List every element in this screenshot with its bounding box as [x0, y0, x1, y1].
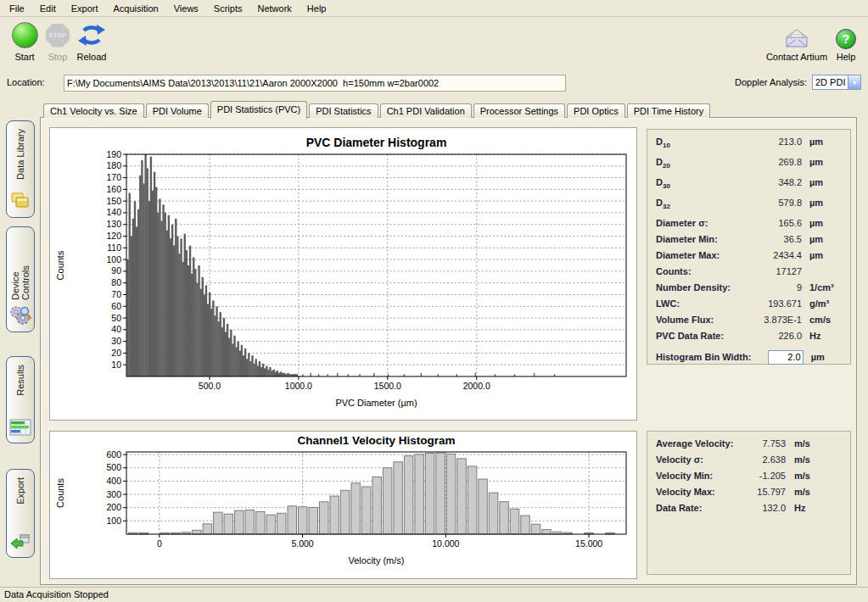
tab-processor-settings[interactable]: Processor Settings	[473, 103, 565, 118]
stop-button[interactable]: STOP Stop	[42, 21, 73, 62]
svg-text:200: 200	[106, 502, 121, 512]
tab-ch1-pdi-validation[interactable]: Ch1 PDI Validation	[380, 103, 472, 118]
velocity-histogram-chart: 10020030040050060005.00010.00015.000Chan…	[50, 432, 636, 578]
location-label: Location:	[7, 77, 45, 87]
velocity-statistics-panel: Average Velocity:7.753m/sVelocity σ:2.63…	[647, 431, 851, 575]
stat-unit: µm	[809, 234, 842, 244]
doppler-analysis-value: 2D PDI	[813, 75, 848, 89]
stat-row: D32579.8µm	[656, 198, 842, 218]
stop-label: Stop	[48, 52, 68, 62]
stat-label: Diameter σ:	[656, 218, 748, 228]
tab-ch1-velocity-vs-size[interactable]: Ch1 Velocity vs. Size	[43, 103, 144, 118]
stat-value: 7.753	[753, 438, 786, 449]
stat-label: Counts:	[656, 266, 748, 276]
menu-item-file[interactable]: File	[2, 2, 32, 15]
status-text: Data Acquisition Stopped	[4, 589, 109, 599]
sidebar-item-label: Device Controls	[10, 235, 31, 300]
stat-unit: 1/cm³	[809, 282, 842, 293]
svg-text:400: 400	[106, 476, 121, 486]
stat-value: -1.205	[753, 471, 786, 481]
svg-text:Velocity (m/s): Velocity (m/s)	[348, 555, 404, 566]
tab-pdi-volume[interactable]: PDI Volume	[146, 103, 209, 118]
svg-text:50: 50	[111, 313, 121, 323]
stat-label: D32	[656, 198, 748, 210]
svg-text:40: 40	[111, 324, 121, 334]
stat-value: 579.8	[748, 198, 802, 208]
menu-item-network[interactable]: Network	[249, 2, 299, 15]
tab-pdi-statistics-pvc[interactable]: PDI Statistics (PVC)	[210, 101, 307, 119]
stat-value: 3.873E-1	[748, 315, 802, 325]
svg-text:170: 170	[106, 172, 121, 182]
svg-text:0: 0	[157, 538, 162, 549]
svg-text:190: 190	[106, 149, 121, 159]
stat-value: 36.5	[748, 234, 802, 244]
stat-label: Velocity Min:	[656, 471, 753, 481]
menu-item-help[interactable]: Help	[300, 2, 334, 15]
stat-row: Diameter σ:165.6µm	[656, 218, 842, 234]
menu-item-views[interactable]: Views	[166, 2, 206, 15]
sidebar-item-data-library[interactable]: Data Library	[6, 120, 35, 218]
contact-artium-label: Contact Artium	[766, 52, 827, 62]
menu-item-export[interactable]: Export	[64, 2, 106, 15]
envelope-icon	[784, 28, 809, 49]
start-button[interactable]: Start	[7, 21, 42, 62]
stat-unit: µm	[809, 137, 842, 147]
stat-value: 348.2	[748, 177, 802, 187]
svg-text:500: 500	[106, 462, 121, 472]
stat-unit: µm	[809, 250, 842, 260]
doppler-analysis-select[interactable]: 2D PDI ▼	[812, 75, 861, 90]
svg-text:160: 160	[106, 184, 121, 194]
svg-text:180: 180	[106, 160, 121, 170]
stat-unit: Hz	[809, 331, 842, 341]
tab-pdi-time-history[interactable]: PDI Time History	[627, 103, 711, 118]
stat-row: LWC:193.671g/m³	[656, 298, 842, 315]
histogram-bin-width-label: Histogram Bin Width:	[656, 352, 751, 362]
svg-text:120: 120	[106, 231, 121, 241]
stat-unit: m/s	[794, 471, 842, 481]
menu-item-acquisition[interactable]: Acquisition	[106, 2, 166, 15]
stat-label: Velocity σ:	[656, 454, 753, 465]
svg-text:80: 80	[111, 277, 121, 287]
location-input[interactable]	[64, 75, 566, 92]
stat-row: Velocity σ:2.638m/s	[656, 454, 842, 471]
stat-row: Number Density:91/cm³	[656, 282, 842, 298]
menu-item-scripts[interactable]: Scripts	[206, 2, 250, 15]
stat-label: Average Velocity:	[656, 438, 753, 449]
sidebar-item-results[interactable]: Results	[6, 356, 35, 443]
stat-row: Velocity Min:-1.205m/s	[656, 471, 842, 487]
stat-value: 269.8	[748, 157, 802, 167]
svg-text:1000.0: 1000.0	[285, 381, 312, 391]
stat-row: Diameter Min:36.5µm	[656, 234, 842, 250]
svg-text:90: 90	[111, 265, 121, 276]
help-button[interactable]: ? Help	[831, 21, 861, 62]
menu-item-edit[interactable]: Edit	[32, 2, 64, 15]
stat-label: Diameter Min:	[656, 234, 748, 244]
reload-button[interactable]: Reload	[73, 21, 110, 62]
tab-pdi-optics[interactable]: PDI Optics	[567, 103, 625, 118]
chevron-down-icon[interactable]: ▼	[848, 75, 860, 89]
svg-text:30: 30	[111, 336, 121, 346]
contact-artium-button[interactable]: Contact Artium	[763, 21, 831, 62]
export-icon	[9, 532, 31, 552]
svg-text:2000.0: 2000.0	[463, 381, 490, 391]
folders-icon	[9, 192, 31, 212]
stat-unit: m/s	[794, 438, 842, 449]
sidebar-item-device-controls[interactable]: Device Controls	[6, 226, 35, 332]
stat-unit: Hz	[794, 503, 842, 513]
svg-text:10.000: 10.000	[432, 538, 459, 549]
tab-pdi-statistics[interactable]: PDI Statistics	[309, 103, 378, 118]
sidebar-item-export[interactable]: Export	[6, 469, 35, 558]
stat-row: Diameter Max:2434.4µm	[656, 250, 842, 266]
svg-text:PVC Diameter Histogram: PVC Diameter Histogram	[306, 136, 447, 149]
start-label: Start	[14, 52, 34, 62]
histogram-bin-width-input[interactable]	[768, 350, 804, 365]
svg-text:100: 100	[106, 254, 121, 265]
stat-value: 15.797	[753, 487, 786, 497]
stat-unit: g/m³	[809, 298, 842, 309]
help-icon: ?	[836, 29, 856, 49]
reload-label: Reload	[77, 52, 107, 62]
stat-row: Volume Flux:3.873E-1cm/s	[656, 315, 842, 331]
stat-label: Velocity Max:	[656, 487, 753, 497]
stat-label: LWC:	[656, 298, 748, 309]
stat-unit: µm	[809, 218, 842, 228]
